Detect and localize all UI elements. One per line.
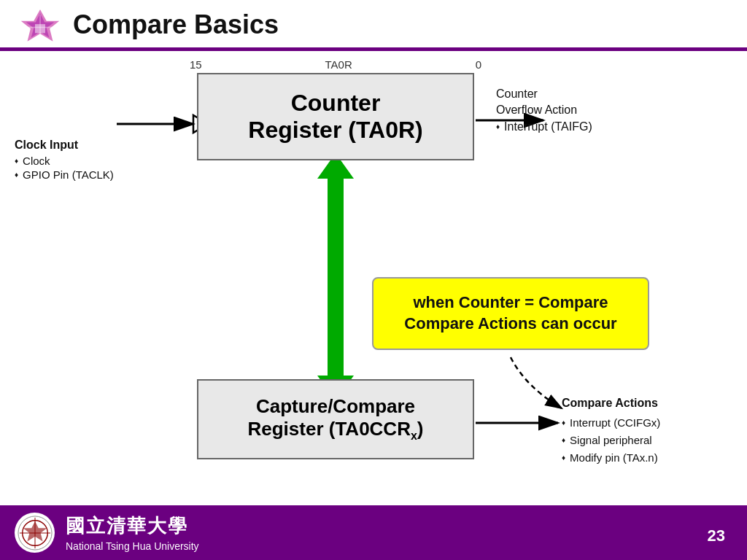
yellow-info-box: when Counter = Compare Compare Actions c… bbox=[372, 277, 649, 350]
bullet-icon-2: ♦ bbox=[15, 171, 18, 179]
yellow-box-text: when Counter = Compare Compare Actions c… bbox=[404, 292, 616, 334]
compare-register-box: Capture/Compare Register (TA0CCRx) bbox=[197, 379, 474, 459]
bullet-icon-4: ♦ bbox=[562, 417, 565, 429]
compare-actions-title: Compare Actions bbox=[562, 394, 660, 413]
page-number: 23 bbox=[708, 526, 725, 545]
overflow-action-area: Counter Overflow Action ♦ Interrupt (TAI… bbox=[496, 86, 592, 135]
compare-action-interrupt: ♦ Interrupt (CCIFGx) bbox=[562, 414, 660, 432]
footer-english-text: National Tsing Hua University bbox=[66, 540, 199, 552]
counter-register-title: Counter Register (TA0R) bbox=[248, 90, 422, 144]
compare-actions-area: Compare Actions ♦ Interrupt (CCIFGx) ♦ S… bbox=[562, 394, 660, 467]
clock-item-label: Clock bbox=[23, 155, 50, 167]
overflow-title-2: Overflow Action bbox=[496, 102, 592, 118]
register-bit-labels: 15 TA0R 0 bbox=[190, 58, 481, 71]
bullet-icon-6: ♦ bbox=[562, 452, 565, 464]
clock-item-gpio: ♦ GPIO Pin (TACLK) bbox=[15, 168, 114, 181]
footer-text: 國立清華大學 National Tsing Hua University bbox=[66, 513, 199, 552]
bullet-icon-5: ♦ bbox=[562, 435, 565, 446]
clock-input-title: Clock Input bbox=[15, 139, 114, 152]
compare-modify-label: Modify pin (TAx.n) bbox=[570, 449, 658, 467]
register-name-label: TA0R bbox=[325, 58, 352, 71]
footer-logo bbox=[15, 513, 55, 553]
bit-low-label: 0 bbox=[476, 58, 481, 71]
compare-action-modify: ♦ Modify pin (TAx.n) bbox=[562, 449, 660, 467]
gpio-item-label: GPIO Pin (TACLK) bbox=[23, 168, 114, 181]
page-title: Compare Basics bbox=[73, 9, 279, 46]
header: Compare Basics bbox=[0, 0, 747, 51]
footer: 國立清華大學 National Tsing Hua University 23 bbox=[0, 505, 747, 560]
university-logo bbox=[15, 7, 66, 47]
bit-high-label: 15 bbox=[190, 58, 202, 71]
overflow-item-interrupt: ♦ Interrupt (TAIFG) bbox=[496, 119, 592, 135]
bullet-icon: ♦ bbox=[15, 157, 18, 165]
overflow-title-1: Counter bbox=[496, 86, 592, 102]
compare-interrupt-label: Interrupt (CCIFGx) bbox=[570, 414, 660, 432]
clock-input-area: Clock Input ♦ Clock ♦ GPIO Pin (TACLK) bbox=[15, 139, 114, 182]
compare-action-signal: ♦ Signal peripheral bbox=[562, 432, 660, 449]
counter-register-box: Counter Register (TA0R) bbox=[197, 73, 474, 160]
bullet-icon-3: ♦ bbox=[496, 122, 500, 132]
clock-item-clock: ♦ Clock bbox=[15, 155, 114, 167]
logo-svg bbox=[15, 7, 66, 47]
compare-register-title: Capture/Compare Register (TA0CCRx) bbox=[247, 395, 423, 443]
compare-signal-label: Signal peripheral bbox=[570, 432, 652, 449]
footer-chinese-text: 國立清華大學 bbox=[66, 513, 199, 539]
main-content: 15 TA0R 0 Counter Register (TA0R) Captur… bbox=[0, 51, 747, 481]
footer-logo-svg bbox=[18, 516, 53, 551]
overflow-interrupt-label: Interrupt (TAIFG) bbox=[504, 119, 592, 135]
